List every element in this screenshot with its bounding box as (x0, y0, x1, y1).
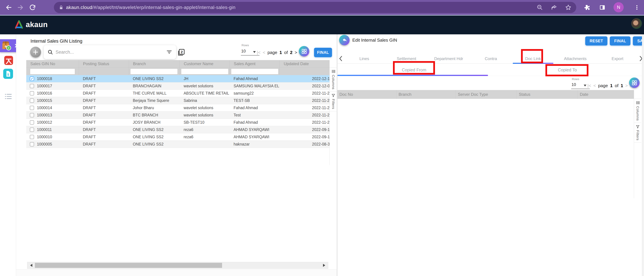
funnel-icon (636, 125, 640, 129)
table-row[interactable]: 1000005 DRAFT ONE LIVING SS2 haknazar 20… (26, 141, 330, 148)
rows-per-page-select[interactable]: 10 (572, 82, 576, 87)
tab[interactable]: Lines (343, 54, 385, 63)
row-checkbox[interactable] (30, 135, 34, 139)
filter-cell (280, 68, 330, 75)
row-checkbox[interactable] (30, 91, 34, 95)
column-header[interactable]: Doc No (338, 90, 396, 99)
column-header[interactable]: Sales Agent (230, 60, 280, 67)
row-checkbox[interactable] (30, 142, 34, 146)
column-header[interactable]: Branch (129, 60, 180, 67)
next-page-button[interactable]: > (625, 83, 628, 88)
column-filter-input[interactable] (30, 68, 75, 74)
row-checkbox[interactable] (30, 106, 34, 110)
first-page-button[interactable]: |< (588, 83, 591, 88)
tab[interactable]: Doc Link (512, 54, 554, 63)
first-page-button[interactable]: |< (257, 50, 260, 55)
columns-tab[interactable]: Columns (330, 67, 337, 92)
table-row[interactable]: 1000015 DRAFT Berjaya Time Squere Sabrin… (26, 97, 330, 104)
table-row[interactable]: 1000017 DRAFT BRANCHAGAIN wavelet soluti… (26, 82, 330, 90)
doclink-side-strip: Columns Filters (634, 90, 641, 198)
row-checkbox[interactable] (30, 98, 34, 103)
browser-profile-avatar[interactable]: N (614, 2, 624, 12)
column-filter-input[interactable] (130, 68, 178, 74)
column-header[interactable]: Date (578, 90, 634, 99)
prev-page-button[interactable]: < (263, 50, 265, 55)
side-panel-icon[interactable] (598, 3, 606, 11)
column-header[interactable]: Server Doc Type (456, 90, 516, 99)
column-header[interactable]: Customer Name (180, 60, 230, 67)
grid-view-button[interactable] (629, 77, 640, 88)
table-row[interactable]: 1000016 DRAFT THE CURVE MALL ABSOLUTE TI… (26, 90, 330, 97)
rows-dropdown-caret-icon[interactable] (253, 51, 256, 54)
table-row[interactable]: 1000014 DRAFT Johor Bharu wavelet soluti… (26, 104, 330, 111)
tab[interactable]: Contra (470, 54, 512, 63)
row-checkbox[interactable] (30, 128, 34, 132)
address-bar[interactable]: akaun.cloud/#/applet/tnt/wavelet/erp/int… (54, 2, 576, 13)
rail-menu-list-icon[interactable] (5, 93, 12, 100)
rail-app-invoice-icon[interactable]: $ (3, 69, 13, 79)
column-filter-input[interactable] (181, 68, 228, 74)
filters-tab[interactable]: Filters (330, 92, 337, 111)
column-filter-input[interactable] (231, 68, 278, 74)
horizontal-scrollbar[interactable] (27, 262, 328, 269)
tab[interactable]: Settlement (385, 54, 428, 63)
browser-back-icon[interactable] (5, 3, 13, 11)
rows-per-page-select[interactable]: 10 (241, 49, 246, 53)
column-header[interactable]: Status (516, 90, 578, 99)
prev-page-button[interactable]: < (593, 83, 596, 88)
columns-tab[interactable]: Columns (634, 99, 641, 123)
tab[interactable]: Export (596, 54, 638, 63)
row-checkbox[interactable] (30, 113, 34, 117)
filter-icon[interactable] (167, 50, 172, 54)
table-row[interactable]: 1000010 DRAFT ONE LIVING SS2 reza6 AHMAD… (26, 133, 330, 141)
table-row[interactable]: 1000011 DRAFT ONE LIVING SS2 reza6 AHMAD… (26, 126, 330, 133)
browser-forward-icon[interactable] (16, 3, 24, 11)
extensions-puzzle-icon[interactable] (583, 3, 591, 11)
browser-reload-icon[interactable] (28, 3, 36, 11)
table-row[interactable]: 1000013 DRAFT BTC BRANCH wavelet solutio… (26, 111, 330, 119)
back-button[interactable] (339, 35, 350, 45)
tabs-scroll-left-icon[interactable] (338, 55, 343, 62)
reset-button[interactable]: RESET (585, 36, 608, 45)
edit-actions: RESET FINAL SAVE (585, 36, 644, 45)
browser-menu-icon[interactable] (633, 3, 641, 11)
zoom-out-icon[interactable] (536, 4, 543, 11)
listing-side-strip: Columns Filters (330, 60, 337, 165)
scroll-left-icon[interactable] (29, 264, 32, 267)
column-header[interactable]: Posting Status (79, 60, 129, 67)
scroll-right-icon[interactable] (323, 264, 327, 267)
bookmark-star-icon[interactable] (565, 4, 572, 11)
final-button[interactable]: FINAL (610, 36, 630, 45)
column-header[interactable]: Updated Date (280, 60, 330, 67)
share-icon[interactable] (551, 4, 557, 11)
next-page-button[interactable]: > (295, 50, 297, 55)
filters-tab[interactable]: Filters (634, 123, 641, 143)
final-button[interactable]: FINAL (314, 48, 332, 57)
sub-tab[interactable]: Copied From (338, 64, 491, 76)
sub-tab[interactable]: Copied To (491, 64, 644, 76)
lock-icon (58, 5, 64, 10)
grid-view-button[interactable] (299, 46, 309, 56)
user-avatar[interactable] (631, 18, 642, 29)
duplicate-layout-icon[interactable]: 2 (177, 48, 185, 57)
svg-text:2: 2 (181, 50, 183, 54)
total-pages: 1 (620, 83, 623, 88)
vertical-scrollbar-track[interactable] (642, 34, 644, 276)
search-input[interactable] (56, 50, 167, 55)
table-row[interactable]: 1000012 DRAFT JOSY BRANCH SB-TEST10 Faha… (26, 119, 330, 126)
scrollbar-thumb[interactable] (35, 263, 222, 268)
column-header[interactable]: Sales GIN No (26, 60, 79, 67)
column-header[interactable]: Branch (396, 90, 456, 99)
rows-dropdown-caret-icon[interactable] (584, 85, 586, 88)
filter-cell (26, 68, 79, 75)
row-checkbox[interactable] (30, 77, 34, 81)
row-checkbox[interactable] (30, 120, 34, 125)
tab[interactable]: Department Hdr (428, 54, 470, 63)
doclink-pagination: |< < page 1 of 1 > >| (588, 82, 634, 89)
akaun-logo[interactable]: akaun (14, 20, 48, 29)
table-row[interactable]: 1000018 DRAFT ONE LIVING SS2 JH Fahad Ah… (26, 75, 330, 82)
row-checkbox[interactable] (30, 84, 34, 88)
add-record-button[interactable] (30, 47, 41, 57)
tab[interactable]: Attachments (554, 54, 596, 63)
rail-app-dai-icon[interactable] (4, 56, 13, 65)
